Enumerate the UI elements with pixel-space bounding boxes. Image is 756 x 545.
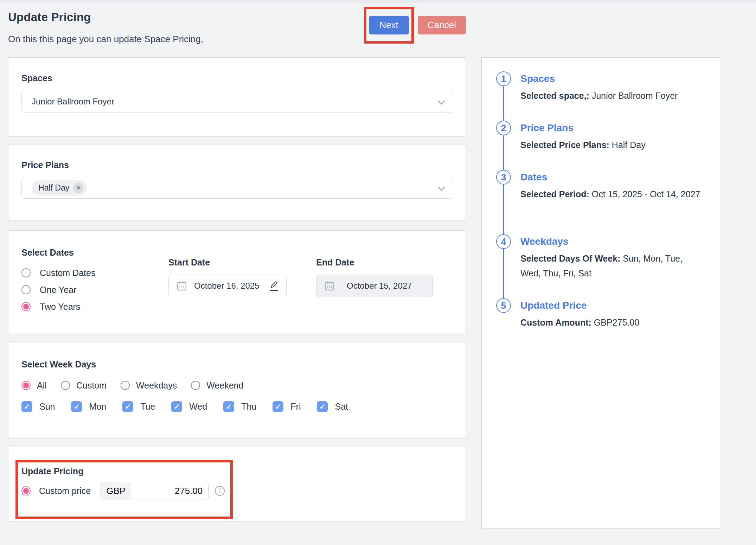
spaces-card: Spaces Junior Ballroom Foyer (8, 57, 466, 137)
summary-panel: 1 Spaces Selected space,: Junior Ballroo… (481, 57, 720, 528)
step-desc-label: Custom Amount: (520, 318, 591, 327)
price-plan-tag: Half Day ✕ (32, 180, 87, 195)
checkbox-sun-label: Sun (39, 402, 55, 412)
checkbox-fri[interactable]: ✓ Fri (273, 401, 301, 412)
radio-custom-dates[interactable]: Custom Dates (21, 264, 95, 281)
update-pricing-label: Update Pricing (21, 466, 83, 476)
radio-selected-icon[interactable] (21, 302, 31, 311)
calendar-icon (324, 281, 335, 291)
checkbox-mon[interactable]: ✓ Mon (71, 401, 106, 412)
radio-custom-dates-label: Custom Dates (40, 268, 95, 278)
cancel-button[interactable]: Cancel (418, 16, 466, 34)
week-days-checkbox-row: ✓ Sun ✓ Mon ✓ Tue ✓ Wed ✓ Thu ✓ Fri ✓ Sa… (21, 401, 348, 412)
step-desc-label: Selected Days Of Week: (520, 254, 620, 263)
step-desc-value: Oct 15, 2025 - Oct 14, 2027 (592, 189, 700, 199)
start-date-input[interactable]: October 16, 2025 (168, 275, 287, 297)
radio-custom[interactable]: Custom (61, 379, 107, 392)
radio-all-label: All (37, 380, 47, 391)
end-date-input[interactable]: October 15, 2027 (316, 275, 433, 297)
amount-value[interactable]: 275.00 (131, 482, 208, 500)
checkbox-checked-icon[interactable]: ✓ (71, 401, 82, 412)
step-desc-label: Selected space,: (520, 91, 589, 101)
step-desc-spaces: Selected space,: Junior Ballroom Foyer (520, 88, 700, 103)
start-date-group: Start Date October 16, 2025 (168, 257, 287, 297)
radio-icon[interactable] (21, 268, 31, 277)
checkbox-thu-label: Thu (241, 402, 256, 412)
page-title: Update Pricing (8, 11, 91, 24)
step-number-badge: 4 (496, 234, 511, 249)
radio-weekdays-label: Weekdays (136, 380, 177, 391)
radio-icon[interactable] (61, 381, 70, 390)
chevron-down-icon (438, 97, 445, 104)
step-title-spaces[interactable]: Spaces (520, 71, 700, 86)
step-title-dates[interactable]: Dates (520, 170, 700, 185)
checkbox-mon-label: Mon (89, 402, 106, 412)
summary-step-updated-price: 5 Updated Price Custom Amount: GBP275.00 (482, 298, 700, 330)
select-dates-card: Select Dates Custom Dates One Year Two Y… (8, 230, 466, 333)
end-date-group: End Date October 15, 2027 (316, 257, 433, 297)
select-dates-label: Select Dates (21, 248, 74, 258)
info-icon[interactable]: i (215, 486, 225, 496)
radio-icon[interactable] (21, 285, 31, 294)
checkbox-checked-icon[interactable]: ✓ (223, 401, 234, 412)
radio-weekdays[interactable]: Weekdays (121, 379, 177, 392)
step-desc-updated-price: Custom Amount: GBP275.00 (520, 315, 700, 330)
step-desc-value: Half Day (612, 140, 646, 150)
price-plans-card: Price Plans Half Day ✕ (8, 144, 466, 221)
checkbox-wed[interactable]: ✓ Wed (171, 401, 207, 412)
step-title-price-plans[interactable]: Price Plans (520, 121, 700, 135)
chevron-down-icon (438, 183, 445, 191)
spaces-selected-value: Junior Ballroom Foyer (32, 97, 114, 107)
step-desc-value: Junior Ballroom Foyer (592, 91, 678, 101)
radio-weekend[interactable]: Weekend (191, 379, 243, 392)
radio-selected-icon[interactable] (21, 381, 31, 390)
week-days-mode-radio-group: All Custom Weekdays Weekend (21, 379, 243, 392)
price-plans-select[interactable]: Half Day ✕ (21, 177, 453, 199)
custom-price-label: Custom price (39, 486, 91, 496)
checkbox-checked-icon[interactable]: ✓ (317, 401, 328, 412)
next-button-highlight-annotation: Next (364, 7, 414, 44)
checkbox-checked-icon[interactable]: ✓ (21, 401, 32, 412)
radio-icon[interactable] (121, 381, 130, 390)
step-title-weekdays[interactable]: Weekdays (520, 234, 700, 249)
checkbox-sun[interactable]: ✓ Sun (21, 401, 55, 412)
currency-prefix: GBP (101, 482, 131, 500)
close-icon[interactable]: ✕ (73, 183, 84, 193)
step-number-badge: 2 (496, 121, 511, 135)
checkbox-fri-label: Fri (290, 402, 301, 412)
update-pricing-card: Update Pricing Custom price GBP 275.00 i (8, 447, 466, 521)
custom-price-row: Custom price GBP 275.00 i (21, 481, 225, 501)
radio-two-years[interactable]: Two Years (21, 298, 95, 315)
checkbox-checked-icon[interactable]: ✓ (273, 401, 283, 412)
end-date-value: October 15, 2027 (347, 281, 412, 291)
spaces-select[interactable]: Junior Ballroom Foyer (21, 91, 453, 113)
radio-all[interactable]: All (21, 379, 47, 392)
checkbox-tue[interactable]: ✓ Tue (122, 401, 155, 412)
checkbox-checked-icon[interactable]: ✓ (122, 401, 133, 412)
radio-icon[interactable] (191, 381, 200, 390)
radio-one-year-label: One Year (40, 285, 76, 295)
select-week-days-card: Select Week Days All Custom Weekdays Wee… (8, 342, 466, 439)
summary-step-price-plans: 2 Price Plans Selected Price Plans: Half… (482, 121, 700, 152)
custom-price-input[interactable]: GBP 275.00 (101, 482, 209, 500)
radio-two-years-label: Two Years (40, 302, 80, 312)
checkbox-checked-icon[interactable]: ✓ (171, 401, 182, 412)
page-subtitle: On this this page you can update Space P… (8, 34, 203, 45)
checkbox-thu[interactable]: ✓ Thu (223, 401, 256, 412)
step-desc-weekdays: Selected Days Of Week: Sun, Mon, Tue, We… (520, 251, 700, 281)
edit-date-button[interactable] (270, 281, 278, 291)
radio-one-year[interactable]: One Year (21, 281, 95, 298)
step-desc-label: Selected Price Plans: (520, 140, 609, 150)
next-button[interactable]: Next (369, 16, 409, 34)
step-number-badge: 3 (496, 170, 511, 185)
end-date-label: End Date (316, 257, 433, 268)
radio-selected-icon[interactable] (21, 486, 31, 495)
step-desc-value: GBP275.00 (594, 318, 639, 327)
radio-weekend-label: Weekend (206, 380, 243, 391)
summary-step-spaces: 1 Spaces Selected space,: Junior Ballroo… (482, 71, 700, 103)
checkbox-tue-label: Tue (140, 402, 155, 412)
checkbox-wed-label: Wed (189, 402, 207, 412)
price-plan-tag-label: Half Day (38, 183, 69, 193)
step-title-updated-price[interactable]: Updated Price (520, 298, 700, 313)
checkbox-sat[interactable]: ✓ Sat (317, 401, 348, 412)
